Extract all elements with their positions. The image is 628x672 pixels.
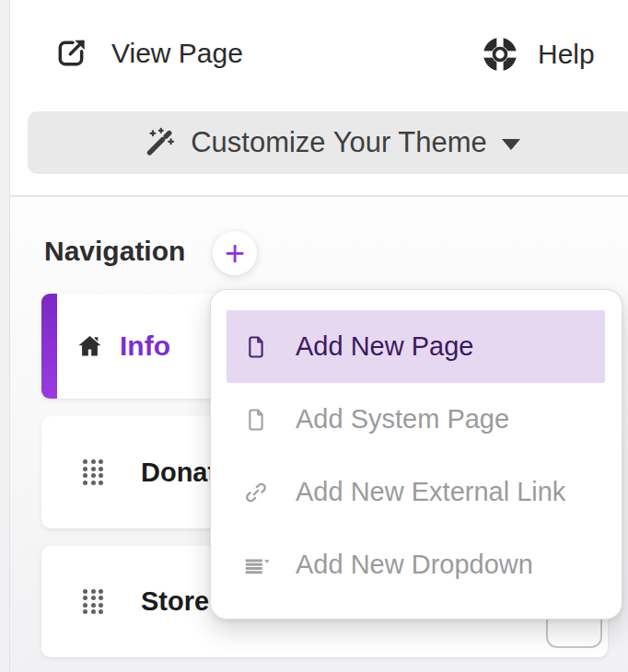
drag-handle-icon[interactable]	[83, 589, 103, 615]
dropdown-list-icon	[242, 551, 270, 579]
navigation-title: Navigation	[44, 236, 185, 267]
menu-item-add-new-page[interactable]: Add New Page	[227, 310, 605, 383]
external-link-icon	[52, 35, 89, 72]
drag-handle-icon[interactable]	[83, 459, 103, 485]
help-label: Help	[538, 39, 595, 70]
menu-item-label: Add New External Link	[296, 477, 565, 507]
lifebuoy-icon	[483, 37, 518, 72]
customize-theme-label: Customize Your Theme	[191, 126, 487, 159]
menu-item-add-system-page[interactable]: Add System Page	[227, 383, 605, 456]
add-navigation-item-button[interactable]: +	[213, 231, 257, 275]
link-icon	[242, 479, 270, 506]
menu-item-add-new-external-link[interactable]: Add New External Link	[227, 456, 605, 528]
menu-item-add-new-dropdown[interactable]: Add New Dropdown	[227, 528, 605, 601]
nav-item-label: Info	[120, 330, 170, 362]
view-page-label: View Page	[111, 38, 243, 69]
section-divider	[9, 195, 628, 197]
nav-item-label: Store	[141, 586, 209, 617]
customize-theme-button[interactable]: Customize Your Theme	[28, 111, 628, 174]
menu-item-label: Add System Page	[296, 404, 509, 434]
page-icon	[242, 406, 270, 434]
caret-down-icon	[502, 139, 520, 150]
plus-icon: +	[225, 233, 245, 273]
add-menu-popover: Add New Page Add System Page Add New Ext…	[210, 289, 622, 620]
page-icon	[242, 333, 270, 361]
view-page-button[interactable]: View Page	[52, 35, 243, 72]
adjacent-panel-edge	[0, 0, 10, 672]
help-button[interactable]: Help	[483, 37, 595, 72]
menu-item-label: Add New Dropdown	[296, 550, 533, 580]
home-icon	[76, 332, 104, 361]
active-indicator-bar	[41, 294, 57, 399]
header: View Page Help Customize Your Theme	[10, 0, 628, 195]
magic-wand-icon	[143, 126, 176, 159]
menu-item-label: Add New Page	[296, 331, 473, 362]
